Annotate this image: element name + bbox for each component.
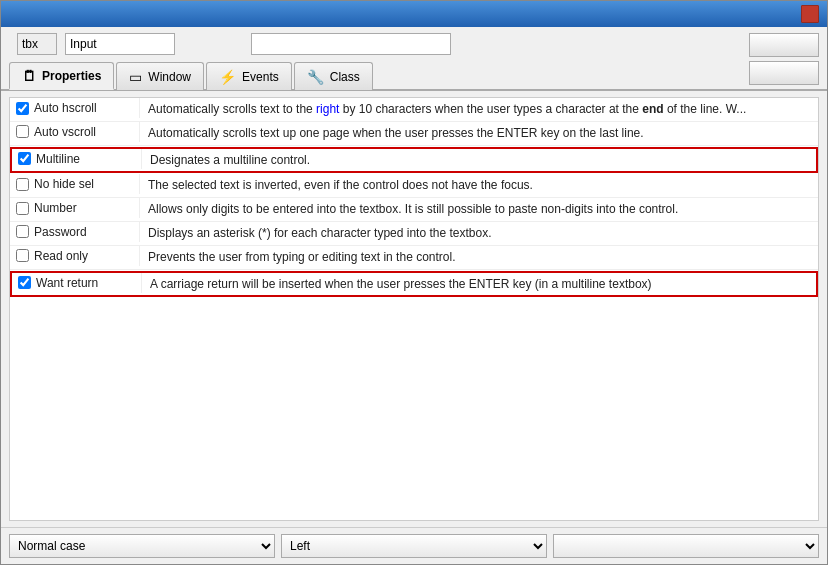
prop-desc-auto_hscroll: Automatically scrolls text to the right …	[140, 98, 818, 121]
checkbox-multiline[interactable]	[18, 152, 31, 165]
prop-desc-want_return: A carriage return will be inserted when …	[142, 273, 816, 296]
checkbox-read_only[interactable]	[16, 249, 29, 262]
checkbox-auto_hscroll[interactable]	[16, 102, 29, 115]
prop-desc-password: Displays an asterisk (*) for each charac…	[140, 222, 818, 245]
table-row: PasswordDisplays an asterisk (*) for eac…	[10, 222, 818, 246]
prop-label-want_return[interactable]: Want return	[36, 276, 98, 290]
properties-table: Auto hscrollAutomatically scrolls text t…	[9, 97, 819, 521]
prop-check-col-auto_vscroll: Auto vscroll	[10, 122, 140, 142]
prop-label-number[interactable]: Number	[34, 201, 77, 215]
close-button[interactable]	[801, 5, 819, 23]
properties-tab-icon: 🗒	[22, 68, 36, 84]
prop-check-col-multiline: Multiline	[12, 149, 142, 169]
ok-button[interactable]	[749, 33, 819, 57]
align-dropdown[interactable]: Left Center Right	[281, 534, 547, 558]
prop-check-col-password: Password	[10, 222, 140, 242]
dialog: 🗒 Properties ▭ Window ⚡ Events 🔧 Class A…	[0, 0, 828, 565]
prop-label-multiline[interactable]: Multiline	[36, 152, 80, 166]
bottom-area: Normal case Upper case Lower case Left C…	[1, 527, 827, 564]
checkbox-no_hide_sel[interactable]	[16, 178, 29, 191]
table-row: Want returnA carriage return will be ins…	[10, 271, 818, 298]
name-value-input[interactable]	[65, 33, 175, 55]
properties-tab-label: Properties	[42, 69, 101, 83]
table-row: Auto vscrollAutomatically scrolls text u…	[10, 122, 818, 146]
case-dropdown[interactable]: Normal case Upper case Lower case	[9, 534, 275, 558]
prop-desc-no_hide_sel: The selected text is inverted, even if t…	[140, 174, 818, 197]
action-buttons	[749, 33, 819, 85]
third-dropdown[interactable]	[553, 534, 819, 558]
checkbox-auto_vscroll[interactable]	[16, 125, 29, 138]
prop-desc-multiline: Designates a multiline control.	[142, 149, 816, 172]
prop-desc-auto_vscroll: Automatically scrolls text up one page w…	[140, 122, 818, 145]
prop-check-col-number: Number	[10, 198, 140, 218]
table-row: No hide selThe selected text is inverted…	[10, 174, 818, 198]
window-tab-label: Window	[148, 70, 191, 84]
events-tab-icon: ⚡	[219, 69, 236, 85]
header-area	[1, 27, 827, 61]
table-row: Auto hscrollAutomatically scrolls text t…	[10, 98, 818, 122]
tab-properties[interactable]: 🗒 Properties	[9, 62, 114, 90]
window-tab-icon: ▭	[129, 69, 142, 85]
prop-check-col-no_hide_sel: No hide sel	[10, 174, 140, 194]
tabs-area: 🗒 Properties ▭ Window ⚡ Events 🔧 Class	[1, 61, 827, 91]
cancel-button[interactable]	[749, 61, 819, 85]
text-value-input[interactable]	[251, 33, 451, 55]
table-row: Read onlyPrevents the user from typing o…	[10, 246, 818, 270]
class-tab-icon: 🔧	[307, 69, 324, 85]
prop-check-col-read_only: Read only	[10, 246, 140, 266]
tab-events[interactable]: ⚡ Events	[206, 62, 292, 90]
prop-check-col-auto_hscroll: Auto hscroll	[10, 98, 140, 118]
checkbox-want_return[interactable]	[18, 276, 31, 289]
tab-class[interactable]: 🔧 Class	[294, 62, 373, 90]
prop-desc-number: Allows only digits to be entered into th…	[140, 198, 818, 221]
prop-label-password[interactable]: Password	[34, 225, 87, 239]
table-row: NumberAllows only digits to be entered i…	[10, 198, 818, 222]
prop-desc-read_only: Prevents the user from typing or editing…	[140, 246, 818, 269]
titlebar	[1, 1, 827, 27]
prop-label-auto_hscroll[interactable]: Auto hscroll	[34, 101, 97, 115]
prop-label-auto_vscroll[interactable]: Auto vscroll	[34, 125, 96, 139]
checkbox-password[interactable]	[16, 225, 29, 238]
content-area: Auto hscrollAutomatically scrolls text t…	[1, 91, 827, 527]
class-tab-label: Class	[330, 70, 360, 84]
table-row: MultilineDesignates a multiline control.	[10, 147, 818, 174]
prop-label-read_only[interactable]: Read only	[34, 249, 88, 263]
checkbox-number[interactable]	[16, 202, 29, 215]
tab-window[interactable]: ▭ Window	[116, 62, 204, 90]
events-tab-label: Events	[242, 70, 279, 84]
name-prefix-input[interactable]	[17, 33, 57, 55]
prop-check-col-want_return: Want return	[12, 273, 142, 293]
prop-label-no_hide_sel[interactable]: No hide sel	[34, 177, 94, 191]
